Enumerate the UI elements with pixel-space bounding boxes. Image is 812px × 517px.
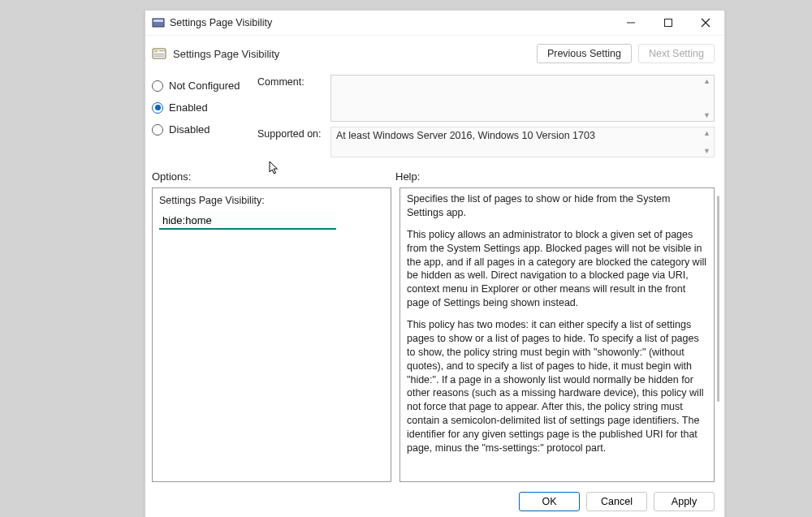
header-row: Settings Page Visibility Previous Settin… [145, 36, 724, 68]
help-heading: Help: [395, 170, 715, 183]
radio-icon [152, 102, 163, 114]
settings-page-visibility-input[interactable] [159, 213, 336, 230]
minimize-button[interactable] [612, 11, 650, 35]
help-wrap: Specifies the list of pages to show or h… [400, 187, 715, 482]
next-setting-button: Next Setting [638, 44, 715, 63]
supported-scroll[interactable]: ▲▼ [702, 129, 712, 155]
radio-disabled[interactable]: Disabled [152, 123, 257, 136]
supported-on-box: At least Windows Server 2016, Windows 10… [330, 127, 715, 157]
help-paragraph: This policy allows an administrator to b… [407, 228, 707, 310]
state-radio-group: Not Configured Enabled Disabled [152, 75, 257, 157]
comment-label: Comment: [257, 75, 330, 88]
panes: Settings Page Visibility: Specifies the … [145, 186, 724, 485]
help-scrollbar[interactable] [717, 196, 719, 402]
radio-label: Not Configured [169, 80, 240, 92]
section-labels: Options: Help: [145, 157, 724, 186]
window-title: Settings Page Visibility [170, 17, 612, 28]
comment-textarea[interactable]: ▲▼ [330, 75, 715, 122]
radio-label: Enabled [169, 101, 208, 114]
radio-enabled[interactable]: Enabled [152, 101, 257, 114]
svg-rect-7 [154, 50, 158, 53]
title-bar: Settings Page Visibility [145, 11, 724, 36]
svg-rect-1 [153, 19, 163, 22]
dialog-window: Settings Page Visibility Settings Page V… [145, 10, 725, 517]
option-field-label: Settings Page Visibility: [159, 195, 384, 206]
policy-icon [152, 46, 166, 61]
config-area: Not Configured Enabled Disabled Comment:… [145, 68, 724, 157]
radio-label: Disabled [169, 123, 210, 136]
supported-on-label: Supported on: [257, 127, 330, 140]
previous-setting-button[interactable]: Previous Setting [537, 44, 632, 63]
close-button[interactable] [687, 11, 724, 35]
cancel-button[interactable]: Cancel [586, 492, 647, 511]
radio-icon [152, 80, 163, 92]
cursor-icon [269, 161, 280, 177]
svg-rect-8 [159, 50, 165, 51]
comment-scroll[interactable]: ▲▼ [702, 77, 712, 119]
svg-rect-9 [154, 54, 165, 54]
app-icon [152, 16, 165, 29]
radio-not-configured[interactable]: Not Configured [152, 80, 257, 92]
options-pane: Settings Page Visibility: [152, 187, 391, 482]
ok-button[interactable]: OK [519, 492, 580, 511]
fields-column: Comment: ▲▼ Supported on: At least Windo… [257, 75, 715, 157]
dialog-buttons: OK Cancel Apply [145, 485, 724, 517]
maximize-button[interactable] [650, 11, 687, 35]
supported-on-value: At least Windows Server 2016, Windows 10… [336, 130, 595, 141]
svg-rect-3 [665, 19, 672, 27]
help-paragraph: Specifies the list of pages to show or h… [407, 192, 707, 220]
svg-rect-10 [154, 56, 165, 57]
help-pane[interactable]: Specifies the list of pages to show or h… [400, 187, 715, 482]
apply-button[interactable]: Apply [654, 492, 715, 511]
help-paragraph: This policy has two modes: it can either… [407, 318, 707, 455]
radio-icon [152, 124, 163, 136]
window-controls [612, 11, 724, 35]
policy-title: Settings Page Visibility [173, 48, 530, 60]
